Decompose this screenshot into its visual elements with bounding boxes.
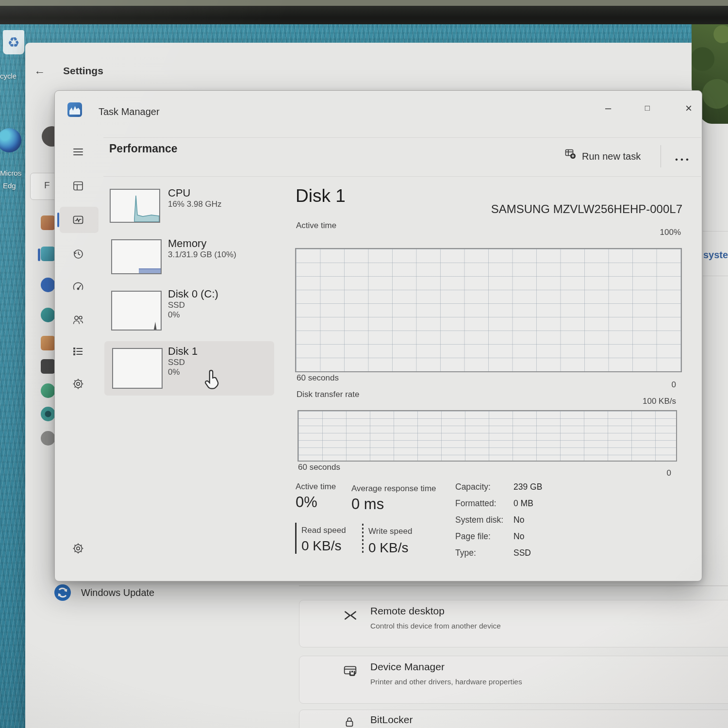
recycle-glyph: ♻ — [7, 34, 19, 50]
edge-label-2: Edg — [3, 182, 16, 190]
read-speed-value: 0 KB/s — [301, 538, 341, 554]
perf-item-cpu[interactable]: CPU 16% 3.98 GHz — [168, 187, 222, 209]
prop-label: System disk: — [455, 515, 503, 525]
memory-mini-chart — [111, 239, 162, 274]
perf-item-disk1[interactable]: Disk 1 SSD 0% — [168, 345, 198, 377]
menu-icon[interactable] — [72, 146, 84, 158]
performance-icon[interactable] — [72, 214, 84, 226]
stat-active-time-label: Active time — [296, 482, 336, 492]
card-title: BitLocker — [370, 714, 413, 726]
transfer-xleft: 60 seconds — [298, 463, 340, 472]
settings-nav-time-icon[interactable] — [41, 407, 55, 421]
prop-label: Capacity: — [455, 482, 491, 492]
settings-nav-apps-icon[interactable] — [41, 359, 55, 374]
bitlocker-lock-icon — [343, 716, 358, 728]
users-icon[interactable] — [72, 314, 84, 326]
settings-nav-personalization-icon[interactable] — [41, 336, 55, 350]
processes-icon[interactable] — [72, 180, 84, 192]
card-bitlocker[interactable]: BitLocker — [299, 710, 728, 728]
write-speed-accent-bar — [362, 524, 364, 555]
prop-label: Type: — [455, 548, 476, 558]
minimize-button[interactable]: – — [597, 99, 619, 118]
perf-item-disk0[interactable]: Disk 0 (C:) SSD 0% — [168, 288, 218, 320]
cpu-mini-chart — [110, 189, 160, 223]
active-time-chart-label: Active time — [296, 221, 336, 231]
windows-update-label: Windows Update — [81, 587, 154, 598]
task-manager-app-icon — [67, 102, 82, 117]
search-partial-text: F — [44, 180, 50, 191]
sidebar-selection-indicator — [57, 213, 59, 227]
perf-item-detail2: 0% — [168, 367, 198, 377]
card-subtitle: Printer and other drivers, hardware prop… — [370, 678, 522, 686]
perf-item-detail: 3.1/31.9 GB (10%) — [168, 250, 236, 260]
more-options-button[interactable]: ••• — [675, 155, 691, 165]
hand-cursor — [204, 369, 221, 391]
card-subtitle: Control this device from another device — [370, 622, 501, 630]
stat-avg-response-value: 0 ms — [351, 496, 384, 513]
transfer-chart-label: Disk transfer rate — [297, 390, 359, 399]
nav-selection-indicator — [38, 248, 40, 261]
monitor-bezel — [0, 6, 728, 26]
active-time-xright: 0 — [613, 380, 676, 390]
write-speed-value: 0 KB/s — [368, 540, 408, 556]
disk0-mini-chart — [111, 291, 162, 331]
card-title: Remote desktop — [370, 605, 445, 617]
services-icon[interactable] — [72, 378, 84, 390]
perf-item-detail: 16% 3.98 GHz — [168, 199, 222, 209]
close-button[interactable]: × — [678, 99, 699, 118]
settings-nav-network-icon[interactable] — [41, 308, 55, 322]
card-remote-desktop[interactable]: Remote desktop Control this device from … — [299, 600, 728, 647]
edge-label-1: Micros — [0, 169, 21, 177]
back-arrow-button[interactable]: ← — [34, 64, 45, 77]
disk-device-name: SAMSUNG MZVLW256HEHP-000L7 — [365, 202, 682, 216]
details-icon[interactable] — [72, 345, 84, 358]
perf-item-memory[interactable]: Memory 3.1/31.9 GB (10%) — [168, 237, 236, 260]
device-manager-icon — [343, 664, 358, 678]
stat-avg-response-label: Average response time — [351, 484, 436, 494]
system-link-partial[interactable]: syste — [703, 249, 728, 261]
sidebar-item-windows-update[interactable]: Windows Update — [54, 584, 181, 604]
run-new-task-icon — [564, 148, 576, 160]
right-divider — [703, 231, 728, 232]
settings-nav-home-icon[interactable] — [41, 215, 55, 230]
remote-desktop-icon — [343, 608, 358, 623]
run-new-task-button[interactable]: Run new task — [582, 151, 641, 162]
toolbar-separator — [661, 145, 661, 167]
perf-item-name: Memory — [168, 237, 236, 250]
recycle-bin-icon[interactable]: ♻ — [3, 30, 24, 54]
task-manager-window: Task Manager – □ × Performance Run new t… — [54, 90, 702, 581]
transfer-xright: 0 — [598, 468, 671, 478]
transfer-rate-chart — [298, 410, 677, 462]
disk1-mini-chart — [112, 348, 163, 389]
stat-active-time-value: 0% — [296, 494, 317, 511]
settings-nav-accounts-icon[interactable] — [41, 383, 55, 398]
screen-photo: ♻ cycle Micros Edg ← Settings F — [0, 0, 728, 728]
prop-label: Formatted: — [455, 498, 496, 509]
settings-nav-bluetooth-icon[interactable] — [41, 278, 55, 292]
card-device-manager[interactable]: Device Manager Printer and other drivers… — [299, 656, 728, 704]
perf-item-name: CPU — [168, 187, 222, 199]
window-title: Task Manager — [99, 106, 160, 117]
active-time-ymax: 100% — [618, 228, 681, 237]
content-divider — [299, 585, 728, 586]
right-divider — [703, 276, 728, 276]
page-title: Performance — [109, 142, 178, 155]
perf-item-detail: SSD — [168, 300, 218, 310]
detail-title: Disk 1 — [296, 186, 346, 206]
settings-nav-system-icon[interactable] — [41, 247, 55, 261]
windows-update-icon — [54, 584, 71, 601]
prop-value: 0 MB — [513, 498, 533, 509]
maximize-button[interactable]: □ — [637, 99, 658, 118]
prop-value: No — [513, 531, 524, 542]
active-time-chart — [295, 248, 682, 372]
settings-nav-gaming-icon[interactable] — [41, 431, 55, 446]
card-title: Device Manager — [370, 661, 445, 673]
prop-value: 239 GB — [513, 482, 542, 492]
settings-gear-icon[interactable] — [72, 542, 84, 555]
perf-item-detail: SSD — [168, 358, 198, 367]
startup-apps-icon[interactable] — [72, 281, 84, 293]
perf-item-detail2: 0% — [168, 310, 218, 320]
app-history-icon[interactable] — [72, 248, 84, 260]
toolbar-divider-bottom — [103, 176, 701, 177]
settings-title: Settings — [63, 65, 103, 77]
